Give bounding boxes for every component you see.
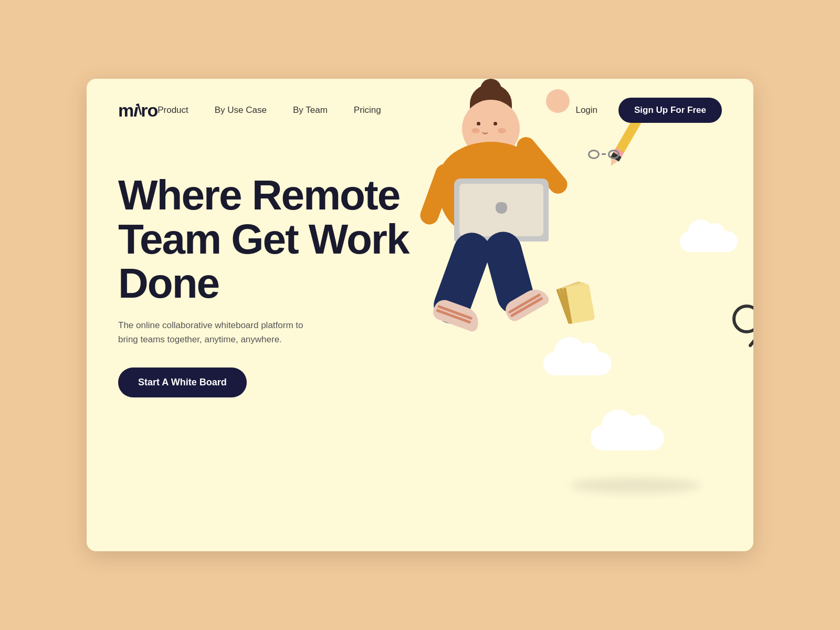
cloud-3 — [591, 425, 664, 450]
main-card: m i ro Product By Use Case By Team Prici… — [87, 79, 753, 551]
nav-right: Login Sign Up For Free — [575, 98, 722, 123]
login-link[interactable]: Login — [575, 105, 597, 116]
nav-product[interactable]: Product — [158, 105, 188, 116]
hero-heading: Where Remote Team Get Work Done — [118, 173, 475, 306]
cta-whiteboard-button[interactable]: Start A White Board — [118, 368, 247, 397]
nav-use-case[interactable]: By Use Case — [215, 105, 267, 116]
nav-pricing[interactable]: Pricing — [354, 105, 381, 116]
nav-by-team[interactable]: By Team — [293, 105, 328, 116]
character-shadow — [570, 478, 701, 494]
logo[interactable]: m i ro — [118, 100, 158, 121]
nav-links: Product By Use Case By Team Pricing — [158, 105, 575, 116]
hero-subtext: The online collaborative whiteboard plat… — [118, 318, 318, 346]
navbar: m i ro Product By Use Case By Team Prici… — [87, 79, 753, 142]
hero-section: Where Remote Team Get Work Done The onli… — [87, 142, 753, 397]
signup-button[interactable]: Sign Up For Free — [618, 98, 722, 123]
